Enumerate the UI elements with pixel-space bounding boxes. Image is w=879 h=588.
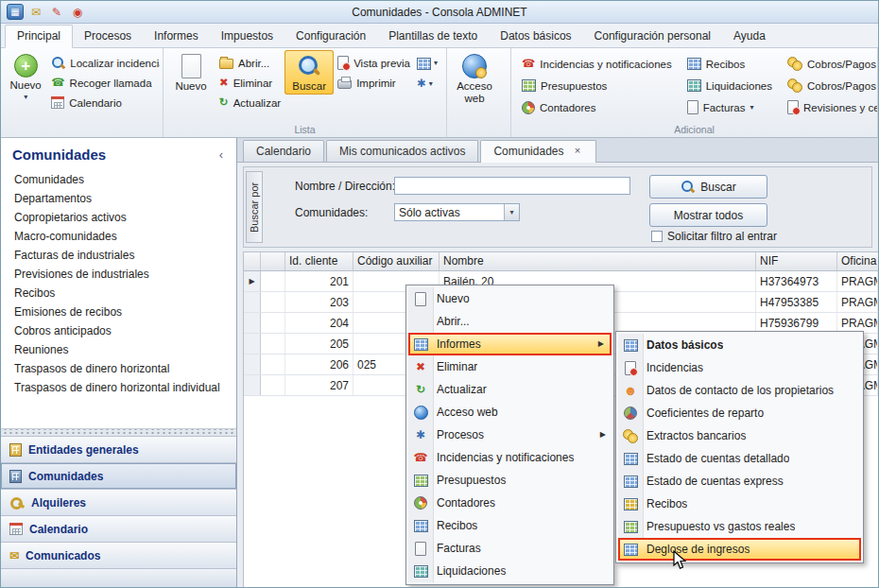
cell-flag[interactable] bbox=[261, 375, 285, 395]
cell-office[interactable]: PRAGM bbox=[837, 271, 878, 291]
context-menu-contadores[interactable]: Contadores bbox=[408, 492, 612, 514]
select-arrow-button[interactable]: ▾ bbox=[504, 204, 519, 220]
column-header-codigo-auxiliar[interactable]: Código auxiliar bbox=[353, 252, 440, 270]
refresh-button[interactable]: ↻Actualizar bbox=[215, 93, 284, 112]
revisions-button[interactable]: Revisiones y certific bbox=[784, 97, 878, 117]
settlements-button[interactable]: Liquidaciones bbox=[683, 76, 776, 95]
calendar-button[interactable]: Calendario bbox=[47, 93, 160, 112]
context-menu-abrir[interactable]: Abrir... bbox=[408, 310, 612, 333]
ribbon-tab-configuracion-personal[interactable]: Configuración personal bbox=[583, 26, 722, 47]
cell-nif[interactable]: H75936799 bbox=[756, 313, 837, 333]
context-menu-acceso-web[interactable]: Acceso web bbox=[408, 401, 612, 424]
context-menu-informes[interactable]: Informes▶ bbox=[408, 333, 612, 355]
submenu-incidencias[interactable]: Incidencias bbox=[618, 356, 861, 379]
pick-up-call-button[interactable]: ☎Recoger llamada bbox=[47, 73, 160, 93]
settings-dropdown[interactable]: ✱▾ bbox=[414, 75, 440, 94]
nav-calendario[interactable]: Calendario bbox=[1, 515, 236, 542]
sidebar-item-facturas-industriales[interactable]: Facturas de industriales bbox=[1, 246, 236, 265]
meters-button[interactable]: Contadores bbox=[518, 97, 676, 117]
sidebar-item-emisiones-recibos[interactable]: Emisiones de recibos bbox=[1, 303, 236, 321]
name-address-input[interactable] bbox=[394, 177, 630, 195]
ribbon-tab-plantillas[interactable]: Plantillas de texto bbox=[377, 26, 489, 47]
locate-incidents-button[interactable]: Localizar incidencias bbox=[47, 53, 160, 73]
context-menu-liquidaciones[interactable]: Liquidaciones bbox=[408, 560, 612, 582]
cell-office[interactable]: PRAGM bbox=[837, 313, 878, 333]
search-button-ribbon[interactable]: Buscar bbox=[284, 50, 334, 95]
sidebar-item-recibos[interactable]: Recibos bbox=[1, 284, 236, 303]
cell-id[interactable]: 203 bbox=[285, 292, 353, 312]
column-header-id-cliente[interactable]: Id. cliente bbox=[285, 252, 353, 270]
ribbon-tab-datos-basicos[interactable]: Datos básicos bbox=[489, 26, 582, 47]
preview-button[interactable]: Vista previa bbox=[334, 53, 414, 73]
request-filter-checkbox-row[interactable]: Solicitar filtro al entrar bbox=[651, 230, 777, 243]
grid-filter-header-cell[interactable] bbox=[261, 252, 285, 270]
submenu-presupuesto-vs-gastos[interactable]: Presupuesto vs gastos reales bbox=[618, 515, 861, 538]
context-menu-procesos[interactable]: ✱Procesos▶ bbox=[408, 424, 612, 446]
nav-entidades-generales[interactable]: Entidades generales bbox=[1, 436, 236, 462]
ribbon-tab-configuracion[interactable]: Configuración bbox=[284, 26, 377, 47]
cell-flag[interactable] bbox=[261, 313, 285, 333]
column-header-oficina[interactable]: Oficina bbox=[837, 252, 878, 270]
sidebar-item-traspasos-horizontal[interactable]: Traspasos de dinero horizontal bbox=[1, 359, 236, 378]
cell-id[interactable]: 204 bbox=[285, 313, 353, 333]
context-menu-facturas[interactable]: Facturas bbox=[408, 537, 612, 560]
incidents-notifications-button[interactable]: ☎Incidencias y notificaciones bbox=[518, 54, 676, 74]
cell-id[interactable]: 207 bbox=[285, 375, 353, 395]
show-all-button[interactable]: Mostrar todos bbox=[649, 203, 767, 227]
checkbox[interactable] bbox=[651, 231, 663, 242]
cell-flag[interactable] bbox=[261, 292, 285, 312]
cell-nif[interactable]: H47953385 bbox=[756, 292, 837, 312]
web-access-button[interactable]: Acceso web bbox=[450, 50, 499, 107]
charges-individual-button[interactable]: Cobros/Pagos individ bbox=[784, 76, 878, 95]
nav-comunicados[interactable]: ✉Comunicados bbox=[1, 542, 236, 568]
ribbon-tab-ayuda[interactable]: Ayuda bbox=[722, 26, 777, 47]
cell-nif[interactable]: H37364973 bbox=[756, 271, 837, 291]
cell-id[interactable]: 201 bbox=[285, 271, 353, 291]
submenu-extractos[interactable]: Extractos bancarios bbox=[618, 424, 861, 447]
open-button[interactable]: Abrir... bbox=[215, 53, 284, 73]
budgets-button[interactable]: Presupuestos bbox=[518, 76, 676, 95]
doc-tab-calendario[interactable]: Calendario bbox=[243, 140, 324, 162]
search-button[interactable]: Buscar bbox=[649, 175, 767, 199]
sidebar-item-comunidades[interactable]: Comunidades bbox=[1, 170, 236, 189]
column-header-nombre[interactable]: Nombre bbox=[440, 252, 756, 270]
ribbon-tab-principal[interactable]: Principal bbox=[5, 25, 73, 48]
sidebar-item-previsiones-industriales[interactable]: Previsiones de industriales bbox=[1, 265, 236, 284]
view-options-dropdown[interactable]: ▾ bbox=[414, 54, 440, 73]
submenu-datos-basicos[interactable]: Datos básicos bbox=[618, 334, 861, 356]
cell-flag[interactable] bbox=[261, 271, 285, 291]
sidebar-item-macro-comunidades[interactable]: Macro-comunidades bbox=[1, 227, 236, 246]
cell-flag[interactable] bbox=[261, 334, 285, 354]
receipts-button[interactable]: Recibos bbox=[683, 54, 776, 74]
filter-panel-vertical-tab[interactable]: Buscar por bbox=[246, 171, 263, 243]
cell-id[interactable]: 205 bbox=[285, 334, 353, 354]
context-menu-incidencias[interactable]: ☎Incidencias y notificaciones bbox=[408, 446, 612, 469]
ribbon-tab-impuestos[interactable]: Impuestos bbox=[210, 26, 284, 47]
cell-id[interactable]: 206 bbox=[285, 355, 353, 374]
nav-alquileres[interactable]: Alquileres bbox=[1, 489, 236, 515]
context-menu-actualizar[interactable]: ↻Actualizar bbox=[408, 378, 612, 401]
charges-common-button[interactable]: Cobros/Pagos comun bbox=[784, 54, 878, 74]
nav-comunidades[interactable]: Comunidades bbox=[1, 462, 236, 489]
list-new-button[interactable]: Nuevo bbox=[166, 50, 215, 95]
ribbon-tab-informes[interactable]: Informes bbox=[143, 26, 210, 47]
cell-office[interactable]: PRAGM bbox=[837, 292, 878, 312]
context-menu-nuevo[interactable]: Nuevo bbox=[408, 287, 612, 310]
sidebar-item-traspasos-horizontal-individual[interactable]: Traspasos de dinero horizontal individua… bbox=[1, 378, 236, 397]
submenu-datos-contacto[interactable]: ☻Datos de contacto de los propietarios bbox=[618, 379, 861, 402]
context-menu-recibos[interactable]: Recibos bbox=[408, 514, 612, 537]
collapse-sidebar-button[interactable]: ‹ bbox=[214, 147, 229, 162]
sidebar-item-copropietarios[interactable]: Copropietarios activos bbox=[1, 208, 236, 227]
ribbon-tab-procesos[interactable]: Procesos bbox=[73, 26, 143, 47]
submenu-estado-express[interactable]: Estado de cuentas express bbox=[618, 470, 861, 493]
invoices-button[interactable]: Facturas▾ bbox=[683, 97, 776, 117]
cell-flag[interactable] bbox=[261, 355, 285, 374]
context-menu-presupuestos[interactable]: Presupuestos bbox=[408, 469, 612, 492]
submenu-coeficientes[interactable]: Coeficientes de reparto bbox=[618, 402, 861, 424]
new-split-button[interactable]: + Nuevo ▾ bbox=[4, 50, 47, 103]
submenu-deglose-ingresos[interactable]: Deglose de ingresos bbox=[618, 538, 861, 561]
submenu-recibos[interactable]: Recibos bbox=[618, 493, 861, 515]
doc-tab-comunicados[interactable]: Mis comunicados activos bbox=[326, 140, 478, 162]
nav-pane-splitter[interactable] bbox=[1, 428, 236, 436]
sidebar-item-cobros-anticipados[interactable]: Cobros anticipados bbox=[1, 321, 236, 340]
